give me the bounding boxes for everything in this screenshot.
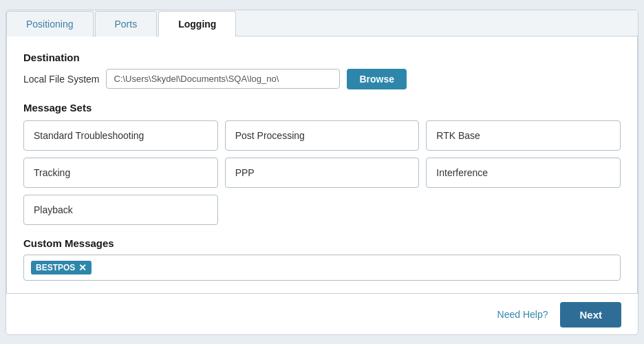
tab-bar: Positioning Ports Logging — [6, 10, 638, 36]
custom-messages-section-label: Custom Messages — [23, 237, 621, 249]
tab-logging[interactable]: Logging — [158, 11, 236, 36]
tab-positioning[interactable]: Positioning — [6, 11, 94, 36]
need-help-link[interactable]: Need Help? — [497, 309, 548, 320]
message-set-ppp[interactable]: PPP — [225, 158, 420, 188]
footer: Need Help? Next — [6, 294, 638, 334]
message-set-standard-troubleshooting[interactable]: Standard Troubleshooting — [23, 120, 218, 151]
destination-row: Local File System Browse — [23, 69, 621, 89]
tag-label: BESTPOS — [36, 263, 75, 272]
message-set-interference[interactable]: Interference — [426, 158, 621, 188]
message-set-playback[interactable]: Playback — [23, 195, 218, 225]
custom-message-tag-bestpos: BESTPOS ✕ — [31, 261, 92, 275]
destination-section-label: Destination — [23, 52, 621, 63]
tab-ports[interactable]: Ports — [95, 11, 158, 36]
message-sets-grid: Standard Troubleshooting Post Processing… — [23, 120, 621, 188]
message-set-rtk-base[interactable]: RTK Base — [426, 120, 621, 151]
message-sets-section-label: Message Sets — [23, 102, 621, 114]
tag-close-icon[interactable]: ✕ — [78, 263, 87, 272]
browse-button[interactable]: Browse — [347, 69, 407, 89]
tab-content: Destination Local File System Browse Mes… — [6, 36, 638, 294]
message-set-tracking[interactable]: Tracking — [23, 158, 218, 188]
next-button[interactable]: Next — [560, 302, 621, 327]
path-input[interactable] — [106, 69, 340, 89]
main-window: Positioning Ports Logging Destination Lo… — [6, 10, 638, 335]
custom-messages-box[interactable]: BESTPOS ✕ — [23, 255, 621, 281]
playback-row: Playback — [23, 195, 621, 225]
message-set-post-processing[interactable]: Post Processing — [225, 120, 420, 151]
local-file-system-label: Local File System — [23, 74, 99, 85]
